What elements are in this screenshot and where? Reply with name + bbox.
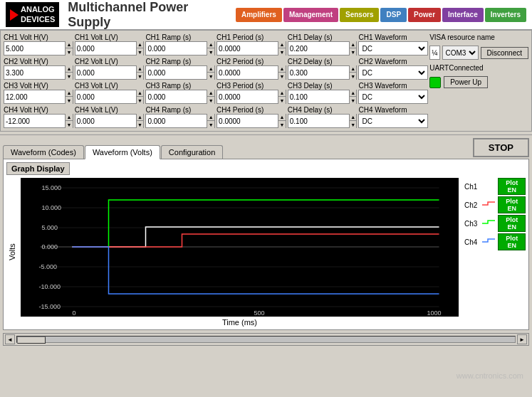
ch1-volt-l-up[interactable]: ▲ (136, 41, 144, 48)
ch4-period-label: CH4 Period (s) (217, 106, 286, 114)
ch4-ramp-input[interactable] (146, 117, 207, 125)
ch1-wave-select[interactable]: DC (358, 41, 428, 55)
ch1-volt-h-input[interactable] (4, 45, 65, 53)
nav-tab-interface[interactable]: Interface (442, 8, 484, 22)
nav-tab-power[interactable]: Power (408, 8, 441, 22)
ch4-delay-label: CH4 Delay (s) (288, 106, 358, 114)
ch3-period-input[interactable] (217, 93, 278, 101)
ch1-delay-up[interactable]: ▲ (349, 41, 357, 48)
ch4-ramp-up[interactable]: ▲ (207, 114, 214, 121)
ch4-volt-l-down[interactable]: ▼ (136, 121, 144, 128)
ch3-delay-input[interactable] (288, 93, 349, 101)
ch1-ramp-input[interactable] (146, 45, 207, 53)
ch2-volt-l-input[interactable] (75, 69, 136, 77)
ch4-delay-up[interactable]: ▲ (349, 114, 357, 121)
tab-configuration[interactable]: Configuration (161, 145, 223, 159)
legend-ch3-plot-btn[interactable]: Plot EN (498, 215, 526, 232)
scroll-right-btn[interactable]: ► (517, 334, 527, 344)
stop-button[interactable]: STOP (473, 138, 529, 157)
ch4-volt-h-input[interactable] (4, 117, 65, 125)
ch1-volt-h-label: CH1 Volt H(V) (4, 33, 73, 41)
ch2-ramp-up[interactable]: ▲ (207, 65, 214, 73)
ch1-volt-h-down[interactable]: ▼ (65, 48, 73, 55)
ch1-period-input[interactable] (217, 45, 278, 53)
ch2-volt-h-down[interactable]: ▼ (65, 73, 73, 80)
nav-tab-amplifiers[interactable]: Amplifiers (236, 8, 282, 22)
visa-port-select[interactable]: COM3COM1COM2COM4 (442, 46, 479, 60)
nav-tab-dsp[interactable]: DSP (380, 8, 407, 22)
ch2-period-input[interactable] (217, 69, 278, 77)
ch1-period-label: CH1 Period (s) (217, 33, 286, 41)
ch4-period-down[interactable]: ▼ (278, 121, 286, 128)
ch3-volt-h-input[interactable] (4, 93, 65, 101)
ch3-delay-down[interactable]: ▼ (349, 97, 357, 104)
legend-ch2-plot-btn[interactable]: Plot EN (498, 196, 526, 213)
ch3-volt-l-group: CH3 Volt L(V) ▲ ▼ (75, 82, 145, 104)
ch2-wave-select[interactable]: DC (358, 65, 428, 80)
scroll-track[interactable] (16, 336, 516, 343)
ch4-volt-h-down[interactable]: ▼ (65, 121, 73, 128)
ch3-ramp-input[interactable] (146, 93, 207, 101)
nav-tab-management[interactable]: Management (283, 8, 338, 22)
ch3-volt-l-input[interactable] (75, 93, 136, 101)
ch4-ramp-down[interactable]: ▼ (207, 121, 214, 128)
ch1-period-up[interactable]: ▲ (278, 41, 286, 48)
legend: Ch1 Plot EN Ch2 Plot EN Ch3 Plot EN Ch4 … (461, 178, 526, 327)
ch3-volt-h-down[interactable]: ▼ (65, 97, 73, 104)
ch1-volt-h-up[interactable]: ▲ (65, 41, 73, 48)
ch1-delay-input[interactable] (288, 45, 349, 53)
ch1-volt-l-down[interactable]: ▼ (136, 48, 144, 55)
ch4-volt-l-input[interactable] (75, 117, 136, 125)
ch2-volt-h-input[interactable] (4, 69, 65, 77)
ch2-volt-h-up[interactable]: ▲ (65, 65, 73, 73)
ch2-volt-l-up[interactable]: ▲ (136, 65, 144, 73)
ch1-volt-l-input[interactable] (75, 45, 136, 53)
nav-tab-inverters[interactable]: Inverters (485, 8, 526, 22)
ch1-ramp-down[interactable]: ▼ (207, 48, 214, 55)
ch3-delay-up[interactable]: ▲ (349, 90, 357, 97)
ch3-ramp-up[interactable]: ▲ (207, 90, 214, 97)
ch3-period-down[interactable]: ▼ (278, 97, 286, 104)
ch4-wave-select[interactable]: DC (358, 114, 428, 128)
ch1-period-down[interactable]: ▼ (278, 48, 286, 55)
disconnect-button[interactable]: Disconnect (481, 47, 528, 59)
ch2-ramp-input[interactable] (146, 69, 207, 77)
ch2-period-down[interactable]: ▼ (278, 73, 286, 80)
scroll-left-btn[interactable]: ◄ (5, 334, 15, 344)
ch1-ramp-up[interactable]: ▲ (207, 41, 214, 48)
ch3-volt-h-up[interactable]: ▲ (65, 90, 73, 97)
ch2-period-label: CH2 Period (s) (217, 58, 286, 65)
ch4-period-input[interactable] (217, 117, 278, 125)
scroll-thumb[interactable] (17, 337, 46, 344)
ch3-wave-select[interactable]: DC (358, 90, 428, 104)
tab-waveform-volts[interactable]: Waveform (Volts) (85, 145, 160, 159)
ch4-volt-l-up[interactable]: ▲ (136, 114, 144, 121)
tab-waveform-codes[interactable]: Waveform (Codes) (3, 145, 84, 159)
visa-icon: ¼ (429, 46, 439, 60)
ch3-ramp-down[interactable]: ▼ (207, 97, 214, 104)
ch1-delay-down[interactable]: ▼ (349, 48, 357, 55)
graph-display-label: Graph Display (6, 162, 70, 175)
legend-item-ch1: Ch1 Plot EN (464, 178, 526, 195)
ch2-volt-l-down[interactable]: ▼ (136, 73, 144, 80)
ch3-volt-l-up[interactable]: ▲ (136, 90, 144, 97)
ch2-delay-down[interactable]: ▼ (349, 73, 357, 80)
legend-ch1-plot-btn[interactable]: Plot EN (498, 178, 526, 195)
ch3-volt-l-down[interactable]: ▼ (136, 97, 144, 104)
ch2-volt-l-group: CH2 Volt L(V) ▲ ▼ (75, 58, 145, 80)
ch2-period-spinners: ▲ ▼ (278, 65, 286, 80)
ch4-delay-input[interactable] (288, 117, 349, 125)
powerup-button[interactable]: Power Up (444, 76, 488, 88)
ch2-delay-input[interactable] (288, 69, 349, 77)
ch2-delay-up[interactable]: ▲ (349, 65, 357, 73)
ch2-ramp-down[interactable]: ▼ (207, 73, 214, 80)
ch4-period-up[interactable]: ▲ (278, 114, 286, 121)
graph-area: Volts 15.000 10.000 5.000 0.000 -5.000 - (6, 178, 526, 327)
ch3-period-up[interactable]: ▲ (278, 90, 286, 97)
ch4-delay-down[interactable]: ▼ (349, 121, 357, 128)
nav-tab-sensors[interactable]: Sensors (340, 8, 379, 22)
ch2-period-up[interactable]: ▲ (278, 65, 286, 73)
legend-ch4-plot-btn[interactable]: Plot EN (498, 233, 526, 250)
ch4-period-spinners: ▲ ▼ (278, 114, 286, 128)
ch4-volt-h-up[interactable]: ▲ (65, 114, 73, 121)
